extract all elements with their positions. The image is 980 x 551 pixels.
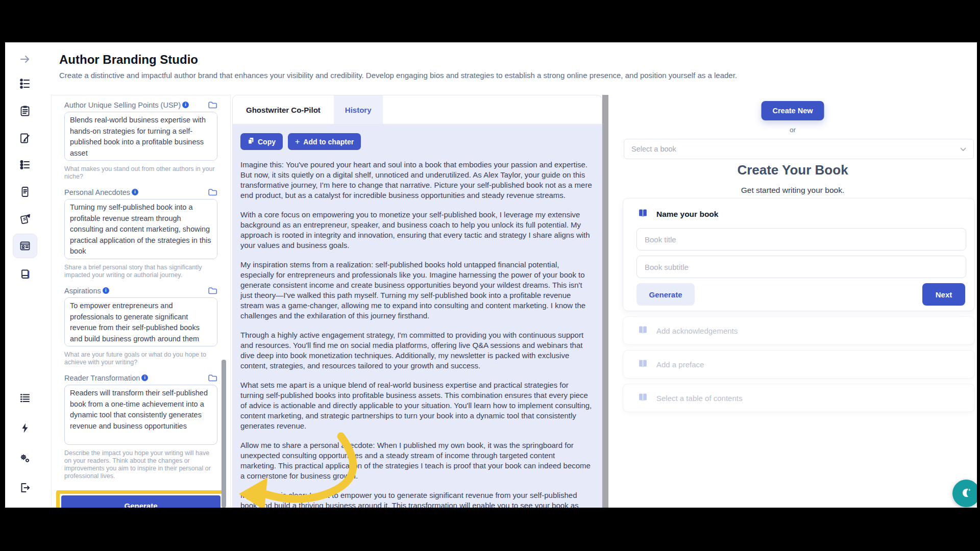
create-your-book-subtitle: Get started writing your book.: [608, 186, 977, 195]
book-title-input[interactable]: [636, 228, 966, 251]
bio-paragraph: My inspiration stems from a realization:…: [240, 260, 592, 321]
app-window: Author Branding Studio Create a distinct…: [5, 42, 977, 508]
name-your-book-label: Name your book: [656, 210, 718, 219]
sidebar: [5, 42, 51, 508]
transformation-label: Reader Transformation: [64, 374, 140, 382]
page-scrollbar[interactable]: [602, 95, 608, 508]
quick-actions-icon[interactable]: [19, 422, 31, 434]
usp-label: Author Unique Selling Points (USP): [64, 101, 181, 109]
team-list-icon[interactable]: [19, 78, 31, 90]
tab-ghostwriter-copilot[interactable]: Ghostwriter Co-Pilot: [233, 95, 334, 124]
plus-icon: +: [295, 137, 300, 146]
bio-paragraph: Imagine this: You've poured your heart a…: [240, 160, 592, 201]
copy-icon: [248, 137, 254, 146]
transformation-helper: Describe the impact you hope your writin…: [64, 449, 217, 480]
copy-button[interactable]: Copy: [240, 133, 283, 150]
bio-paragraph: Through a highly active engagement strat…: [240, 330, 592, 371]
outline-steps-icon[interactable]: [19, 159, 31, 171]
folder-icon[interactable]: [208, 101, 217, 109]
next-button[interactable]: Next: [922, 283, 965, 306]
ghostwriter-panel: Ghostwriter Co-Pilot History Copy + Add …: [232, 95, 602, 508]
add-preface-row[interactable]: Add a preface: [623, 350, 975, 379]
collapse-arrow-icon[interactable]: [19, 53, 31, 65]
page-subtitle: Create a distinctive and impactful autho…: [59, 71, 774, 80]
folder-icon[interactable]: [208, 286, 217, 295]
generated-bio-text: Imagine this: You've poured your heart a…: [240, 160, 594, 508]
chevron-down-icon: [960, 145, 966, 153]
usp-helper: What makes you stand out from other auth…: [64, 165, 217, 181]
chapter-list-icon[interactable]: [19, 392, 31, 404]
page-title: Author Branding Studio: [59, 53, 198, 67]
aspirations-textarea[interactable]: To empower entrepreneurs and professiona…: [64, 297, 217, 346]
field-row-aspirations: Aspirations i: [64, 286, 217, 295]
add-acknowledgements-row[interactable]: Add acknowledgements: [623, 316, 975, 345]
create-your-book-title: Create Your Book: [608, 162, 977, 178]
info-icon[interactable]: i: [141, 374, 148, 381]
field-row-anecdotes: Personal Anecdotes i: [64, 188, 217, 196]
folder-icon[interactable]: [208, 188, 217, 196]
copilot-output: Copy + Add to chapter Imagine this: You'…: [233, 124, 602, 508]
crescent-icon: [959, 486, 973, 502]
settings-icon[interactable]: [19, 452, 31, 464]
reader-view-icon[interactable]: [19, 186, 31, 198]
screenshot-stage: Author Branding Studio Create a distinct…: [0, 0, 980, 551]
info-icon[interactable]: i: [103, 287, 109, 294]
form-panel-scrollbar[interactable]: [222, 360, 226, 508]
bio-paragraph: With a core focus on empowering you to m…: [240, 210, 592, 251]
tab-history[interactable]: History: [334, 95, 383, 124]
generate-book-name-button[interactable]: Generate: [636, 283, 695, 306]
or-separator: or: [608, 126, 977, 134]
open-book-icon: [636, 324, 649, 337]
copilot-tabbar: Ghostwriter Co-Pilot History: [233, 95, 602, 124]
book-marketing-icon[interactable]: [19, 213, 31, 226]
bio-paragraph: What sets me apart is a unique blend of …: [240, 380, 592, 431]
anecdotes-textarea[interactable]: Turning my self-published book into a pr…: [64, 199, 217, 259]
aspirations-label: Aspirations: [64, 287, 101, 295]
anecdotes-label: Personal Anecdotes: [64, 188, 130, 196]
create-new-button[interactable]: Create New: [762, 101, 824, 120]
folder-icon[interactable]: [208, 373, 217, 382]
chapters-checklist-icon[interactable]: [19, 105, 31, 117]
field-row-transformation: Reader Transformation i: [64, 373, 217, 382]
aspirations-helper: What are your future goals or what do yo…: [64, 351, 217, 366]
anecdotes-helper: Share a brief personal story that has si…: [64, 264, 217, 279]
book-select[interactable]: Select a book: [624, 139, 974, 159]
logout-icon[interactable]: [19, 482, 31, 494]
author-branding-icon[interactable]: [19, 240, 31, 252]
generate-highlight-annotation: Generate: [56, 490, 226, 508]
info-icon[interactable]: i: [182, 102, 189, 108]
create-book-panel: Create New or Select a book Create Your …: [608, 95, 977, 508]
book-select-placeholder: Select a book: [631, 145, 676, 153]
open-book-icon: [636, 358, 649, 371]
open-book-icon: [636, 208, 649, 221]
write-edit-icon[interactable]: [19, 132, 31, 144]
book-icon[interactable]: [19, 268, 31, 281]
bio-paragraph: Allow me to share a personal anecdote: W…: [240, 440, 592, 481]
bio-paragraph: My mission is clear: I want to empower y…: [240, 490, 592, 508]
generate-branding-button[interactable]: Generate: [61, 495, 220, 508]
field-row-usp: Author Unique Selling Points (USP) i: [64, 101, 217, 109]
add-to-chapter-button[interactable]: + Add to chapter: [288, 133, 361, 150]
transformation-textarea[interactable]: Readers will transform their self-publis…: [64, 385, 217, 445]
help-widget-button[interactable]: [952, 480, 977, 507]
select-toc-row[interactable]: Select a table of contents: [623, 384, 975, 412]
info-icon[interactable]: i: [132, 189, 138, 195]
branding-form-panel: Author Unique Selling Points (USP) i Ble…: [51, 95, 231, 508]
open-book-icon: [636, 392, 649, 405]
book-subtitle-input[interactable]: [636, 256, 966, 278]
name-your-book-card: Name your book Generate Next: [623, 198, 975, 311]
usp-textarea[interactable]: Blends real-world business expertise wit…: [64, 112, 217, 161]
